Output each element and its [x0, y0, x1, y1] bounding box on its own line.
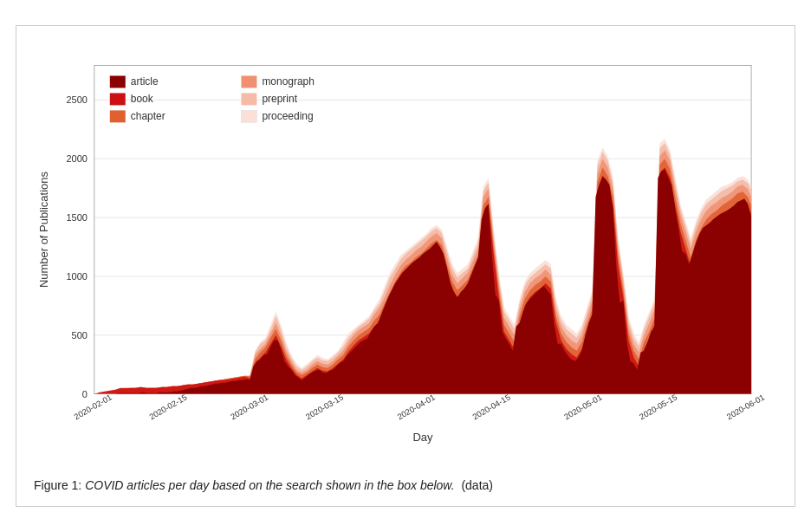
svg-text:2020-02-15: 2020-02-15 [147, 393, 188, 422]
legend-proceeding-swatch [241, 110, 256, 122]
legend-monograph-label: monograph [262, 75, 315, 88]
legend-monograph-swatch [241, 75, 256, 88]
figure-container: Number of Publications 0 500 1000 1500 2… [16, 25, 795, 507]
svg-text:500: 500 [72, 330, 88, 341]
svg-text:2020-04-15: 2020-04-15 [470, 393, 511, 422]
legend-article-swatch [110, 75, 126, 88]
legend-article-label: article [131, 75, 159, 88]
caption-prefix: Figure 1: [34, 478, 81, 492]
article-area [94, 169, 751, 393]
svg-text:2000: 2000 [66, 153, 87, 164]
svg-text:2020-02-01: 2020-02-01 [72, 393, 113, 422]
x-axis-label: Day [412, 431, 433, 444]
svg-text:1000: 1000 [66, 271, 87, 282]
legend-preprint-label: preprint [262, 93, 297, 105]
figure-caption: Figure 1: COVID articles per day based o… [34, 478, 777, 492]
svg-text:0: 0 [82, 389, 88, 399]
svg-text:2020-03-01: 2020-03-01 [229, 393, 269, 422]
chart-svg: Number of Publications 0 500 1000 1500 2… [34, 43, 777, 468]
chart-area: Number of Publications 0 500 1000 1500 2… [34, 43, 777, 468]
legend-preprint-swatch [241, 93, 256, 105]
legend-proceeding-label: proceeding [262, 110, 313, 122]
y-axis-label: Number of Publications [37, 172, 50, 288]
svg-text:2020-04-01: 2020-04-01 [395, 393, 436, 422]
legend-book-swatch [110, 93, 126, 105]
svg-text:2500: 2500 [66, 94, 87, 105]
svg-text:1500: 1500 [66, 212, 87, 223]
legend-chapter-label: chapter [131, 110, 165, 122]
svg-text:2020-05-15: 2020-05-15 [638, 393, 678, 422]
caption-italic: COVID articles per day based on the sear… [85, 478, 454, 492]
svg-text:2020-03-15: 2020-03-15 [304, 393, 345, 422]
svg-text:2020-06-01: 2020-06-01 [725, 393, 766, 422]
legend-chapter-swatch [110, 110, 126, 122]
svg-text:2020-05-01: 2020-05-01 [562, 393, 603, 422]
caption-suffix: (data) [461, 478, 493, 492]
legend-book-label: book [131, 93, 153, 105]
